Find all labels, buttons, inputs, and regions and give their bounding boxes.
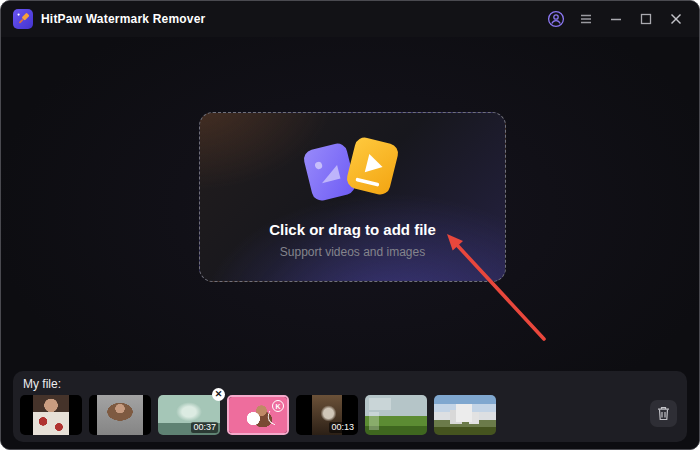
menu-icon[interactable] — [575, 8, 597, 30]
file-thumbnail-7[interactable] — [434, 395, 496, 435]
castle-shape — [456, 404, 472, 422]
window-controls — [545, 8, 687, 30]
video-duration-badge: 00:13 — [329, 422, 356, 433]
remove-file-icon[interactable]: ✕ — [212, 388, 225, 401]
file-thumbnail-5[interactable]: 00:13 — [296, 395, 358, 435]
delete-files-button[interactable] — [650, 400, 677, 427]
video-duration-badge: 00:37 — [191, 422, 218, 433]
app-window: HitPaw Watermark Remover — [0, 0, 700, 450]
file-thumbnail-2[interactable] — [89, 395, 151, 435]
my-files-label: My file: — [23, 377, 61, 391]
thumbnail-image — [97, 395, 143, 435]
minimize-icon[interactable] — [605, 8, 627, 30]
thumbnail-overlay-box — [369, 412, 379, 430]
file-thumbnail-4-selected[interactable]: K — [227, 395, 289, 435]
app-title: HitPaw Watermark Remover — [41, 12, 205, 26]
drop-zone-icons — [297, 139, 409, 211]
thumbnail-overlay-box — [369, 398, 391, 410]
file-thumbnail-6[interactable] — [365, 395, 427, 435]
file-drop-zone[interactable]: Click or drag to add file Support videos… — [199, 112, 506, 282]
app-logo-icon — [13, 9, 33, 29]
thumbnail-image — [33, 395, 69, 435]
my-files-bar: My file: 00:37 K 00:13 — [13, 371, 687, 442]
drop-zone-subtitle: Support videos and images — [200, 245, 505, 259]
close-icon[interactable] — [665, 8, 687, 30]
file-thumbnail-1[interactable] — [20, 395, 82, 435]
trash-icon — [657, 406, 670, 421]
video-file-icon — [342, 134, 401, 201]
maximize-icon[interactable] — [635, 8, 657, 30]
account-icon[interactable] — [545, 8, 567, 30]
watermark-logo-badge: K — [272, 400, 284, 412]
drop-zone-title: Click or drag to add file — [200, 221, 505, 238]
thumbnail-strip: 00:37 K 00:13 ✕ — [20, 395, 496, 435]
title-bar: HitPaw Watermark Remover — [1, 1, 699, 37]
file-thumbnail-3[interactable]: 00:37 — [158, 395, 220, 435]
